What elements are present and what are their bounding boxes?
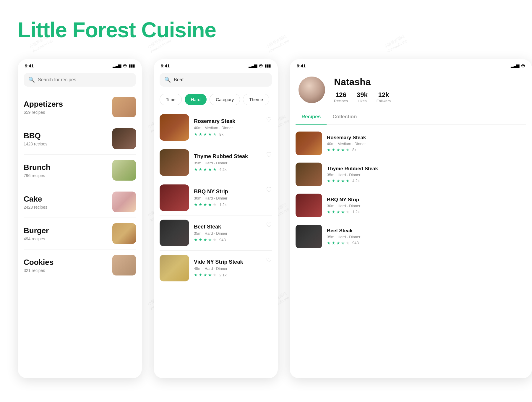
star-rating: ★★★★★2.1k — [194, 273, 272, 277]
status-icons-1: ▂▄▆ ⦿ ▮▮▮ — [113, 64, 135, 68]
rating-count: 4.2k — [219, 167, 227, 172]
category-item[interactable]: Cake 2423 recipes — [24, 186, 136, 218]
recipe-info: BBQ NY Strip 30m · Hard · Dinner ★★★★★1.… — [194, 189, 272, 207]
status-bar-2: 9:41 ▂▄▆ ⦿ ▮▮▮ — [154, 59, 278, 71]
category-thumbnail — [112, 160, 136, 181]
recipes-label: Recipes — [334, 99, 348, 103]
category-name: Burger — [24, 226, 49, 235]
star-icon: ★ — [203, 237, 207, 242]
watermark: 小脑斧资源站xiaonaofu.top — [265, 33, 290, 54]
status-time-3: 9:41 — [297, 63, 306, 68]
profile-recipe-item[interactable]: Rosemary Steak 40m · Medium · Dinner ★★★… — [296, 128, 526, 159]
star-rating: ★★★★★943 — [327, 241, 360, 245]
category-name: Appetizers — [24, 100, 63, 109]
star-icon: ★ — [332, 179, 335, 183]
recipe-item[interactable]: Vide NY Strip Steak 45m · Hard · Dinner … — [160, 251, 272, 286]
likes-label: Likes — [357, 99, 368, 103]
star-icon: ★ — [199, 132, 202, 137]
followers-label: Follwers — [377, 99, 391, 103]
category-info: Appetizers 659 recipes — [24, 100, 63, 115]
category-item[interactable]: Brunch 796 recipes — [24, 155, 136, 186]
star-icon: ★ — [208, 273, 212, 277]
category-count: 659 recipes — [24, 110, 63, 115]
category-item[interactable]: Cookies 321 recipes — [24, 249, 136, 281]
filter-tag[interactable]: Category — [210, 94, 240, 105]
recipe-meta: 30m · Hard · Dinner — [194, 196, 272, 200]
category-item[interactable]: Burger 494 recipes — [24, 218, 136, 249]
profile-recipe-name: BBQ NY Strip — [327, 197, 360, 203]
status-icons-2: ▂▄▆ ⦿ ▮▮▮ — [249, 64, 271, 68]
category-item[interactable]: Appetizers 659 recipes — [24, 91, 136, 123]
status-time-1: 9:41 — [25, 63, 34, 68]
recipe-image — [160, 184, 189, 211]
profile-recipe-meta: 35m · Hard · Dinner — [327, 235, 360, 239]
avatar-image — [299, 77, 325, 103]
star-rating: ★★★★★4.2k — [327, 179, 378, 183]
category-name: Cake — [24, 194, 47, 204]
profile-recipe-item[interactable]: Beef Steak 35m · Hard · Dinner ★★★★★943 — [296, 221, 526, 252]
recipe-info: Thyme Rubbed Steak 35m · Hard · Dinner ★… — [194, 153, 272, 172]
category-count: 2423 recipes — [24, 205, 47, 210]
star-icon: ★ — [341, 147, 345, 152]
favorite-icon[interactable]: ♡ — [266, 257, 272, 264]
recipe-thumbnail — [160, 114, 189, 141]
recipe-meta: 35m · Hard · Dinner — [194, 231, 272, 236]
favorite-icon[interactable]: ♡ — [266, 151, 272, 159]
profile-name: Natasha — [334, 77, 391, 87]
star-icon: ★ — [327, 241, 331, 245]
profile-info: Natasha 126 Recipes 39k Likes 12k Follwe… — [334, 77, 391, 103]
category-thumbnail — [112, 223, 136, 244]
category-count: 321 recipes — [24, 268, 53, 273]
star-icon: ★ — [341, 179, 345, 183]
category-thumbnail — [112, 255, 136, 275]
star-icon: ★ — [336, 241, 340, 245]
category-image — [112, 97, 136, 117]
star-rating: ★★★★★1.2k — [194, 202, 272, 207]
category-image — [112, 255, 136, 275]
recipe-list-search: Rosemary Steak 40m · Medium · Dinner ★★★… — [154, 110, 278, 286]
category-image — [112, 128, 136, 149]
star-icon: ★ — [332, 210, 335, 214]
filter-tag[interactable]: Theme — [243, 94, 269, 105]
profile-recipe-item[interactable]: BBQ NY Strip 30m · Hard · Dinner ★★★★★1.… — [296, 190, 526, 221]
recipe-item[interactable]: Thyme Rubbed Steak 35m · Hard · Dinner ★… — [160, 145, 272, 180]
profile-recipe-image — [296, 225, 322, 248]
status-icons-3: ▂▄▆ ⦿ — [511, 64, 525, 68]
recipe-item[interactable]: BBQ NY Strip 30m · Hard · Dinner ★★★★★1.… — [160, 180, 272, 215]
filter-tag[interactable]: Hard — [185, 94, 207, 105]
filter-tag[interactable]: Time — [160, 94, 182, 105]
profile-tab[interactable]: Collection — [327, 109, 363, 124]
category-item[interactable]: BBQ 1423 recipes — [24, 123, 136, 155]
category-count: 796 recipes — [24, 173, 51, 178]
profile-recipe-name: Rosemary Steak — [327, 135, 366, 141]
star-rating: ★★★★★1.2k — [327, 210, 360, 214]
star-icon: ★ — [327, 179, 331, 183]
favorite-icon[interactable]: ♡ — [266, 116, 272, 124]
search-bar-2[interactable]: 🔍 — [160, 73, 272, 87]
category-image — [112, 192, 136, 212]
rating-count: 943 — [352, 241, 359, 245]
category-count: 1423 recipes — [24, 142, 47, 146]
profile-tab[interactable]: Recipes — [296, 109, 327, 124]
recipe-meta: 40m · Medium · Dinner — [194, 126, 272, 130]
search-bar-1[interactable]: 🔍 — [24, 73, 136, 87]
star-icon: ★ — [208, 202, 212, 207]
empty-star-icon: ★ — [213, 202, 217, 207]
search-input-1[interactable] — [38, 77, 131, 82]
star-icon: ★ — [203, 132, 207, 137]
search-icon: 🔍 — [28, 77, 35, 83]
profile-recipe-item[interactable]: Thyme Rubbed Steak 35m · Hard · Dinner ★… — [296, 159, 526, 190]
recipe-item[interactable]: Rosemary Steak 40m · Medium · Dinner ★★★… — [160, 110, 272, 145]
category-info: Cake 2423 recipes — [24, 194, 47, 210]
favorite-icon[interactable]: ♡ — [266, 186, 272, 194]
recipe-meta: 45m · Hard · Dinner — [194, 266, 272, 271]
star-icon: ★ — [199, 202, 202, 207]
recipe-item[interactable]: Beef Steak 35m · Hard · Dinner ★★★★★943 … — [160, 215, 272, 251]
screen-search: 9:41 ▂▄▆ ⦿ ▮▮▮ 🔍 TimeHardCategoryTheme R… — [154, 59, 278, 378]
favorite-icon[interactable]: ♡ — [266, 221, 272, 229]
search-input-2[interactable] — [174, 77, 267, 82]
profile-recipe-meta: 35m · Hard · Dinner — [327, 173, 378, 177]
half-star-icon: ★ — [208, 237, 212, 242]
likes-count: 39k — [357, 91, 368, 99]
star-icon: ★ — [208, 132, 212, 137]
